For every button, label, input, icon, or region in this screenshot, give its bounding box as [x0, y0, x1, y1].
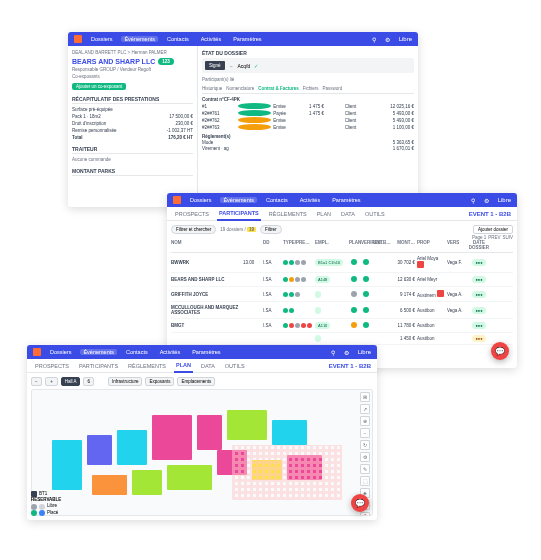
contract-table: Contrat n°CF-4PK #1Emise1 475 €Client12 …: [202, 97, 414, 151]
tool-pin-icon[interactable]: 📍: [360, 512, 370, 516]
user-label[interactable]: Libre: [498, 197, 511, 203]
breadcrumb[interactable]: DEAL AND BARRETT PLC > Herman PALMER: [72, 50, 193, 55]
tab-password[interactable]: Password: [323, 86, 343, 91]
floor-plan-canvas[interactable]: ⊞ ↗ ⊕ − ↻ ⚙ ✎ ⬚ ◈ ☰ 📍: [31, 389, 373, 516]
tab-plan[interactable]: PLAN: [174, 359, 193, 373]
tab-reglements[interactable]: RÈGLEMENTS: [126, 360, 168, 372]
app-logo-icon: [33, 348, 41, 356]
recap-row: Remise personnalisée-1 002,37 HT: [72, 128, 193, 133]
chat-fab-icon[interactable]: 💬: [351, 494, 369, 512]
nav-contacts[interactable]: Contacts: [263, 197, 291, 203]
nav-evenements[interactable]: Événements: [121, 36, 158, 42]
nav-parametres[interactable]: Paramètres: [329, 197, 363, 203]
table-row[interactable]: 1 450 € Austibon ●●●: [171, 333, 513, 345]
sub-tabs: PROSPECTS PARTICIPANTS RÈGLEMENTS PLAN D…: [167, 207, 517, 221]
status-dot-icon: [238, 103, 272, 109]
app-logo-icon: [173, 196, 181, 204]
filter-action-button[interactable]: Filtrer: [260, 225, 282, 234]
tab-prospects[interactable]: PROSPECTS: [173, 208, 211, 220]
etat-box: Signé → Acqfd ✓: [202, 58, 414, 73]
tab-contrat[interactable]: Contrat & Factures: [258, 86, 299, 91]
user-label[interactable]: Libre: [399, 36, 412, 42]
next-button[interactable]: SUIV: [502, 235, 513, 240]
tab-plan[interactable]: PLAN: [315, 208, 333, 220]
dossier-window: Dossiers Événements Contacts Activités P…: [68, 32, 418, 207]
table-row[interactable]: MCCULLOUGH AND MARQUEZ ASSOCIATES I.SA 6…: [171, 302, 513, 319]
top-nav: Dossiers Événements Contacts Activités P…: [68, 32, 418, 46]
gear-icon[interactable]: ⚙: [385, 36, 390, 43]
tab-reglements[interactable]: RÈGLEMENTS: [267, 208, 309, 220]
filter-button[interactable]: Filtrer et chercher: [171, 225, 216, 234]
nav-evenements[interactable]: Événements: [80, 349, 117, 355]
title-badge: 123: [158, 58, 174, 65]
participants-window: Dossiers Événements Contacts Activités P…: [167, 193, 517, 368]
chat-fab-icon[interactable]: 💬: [491, 342, 509, 360]
top-nav: Dossiers Événements Contacts Activités P…: [27, 345, 377, 359]
tab-data[interactable]: DATA: [339, 208, 357, 220]
tab-fichiers[interactable]: Fichiers: [303, 86, 319, 91]
zoom-out-button[interactable]: −: [31, 377, 42, 386]
nav-dossiers[interactable]: Dossiers: [187, 197, 214, 203]
user-label[interactable]: Libre: [358, 349, 371, 355]
table-row[interactable]: BMGT I.SA A110 11 780 € Austibon ●●●: [171, 319, 513, 333]
add-coexposant-button[interactable]: Ajouter un co-exposant: [72, 83, 126, 90]
tool-zoomin-icon[interactable]: ⊕: [360, 416, 370, 426]
nav-activites[interactable]: Activités: [297, 197, 323, 203]
page-label: Page 1: [472, 235, 486, 240]
tool-rect-icon[interactable]: ⬚: [360, 476, 370, 486]
table-header: NOM DD TYPE/PRE… EMPL. PLAN VERIFEXTR… U…: [171, 238, 513, 253]
search-icon[interactable]: ⚲: [372, 36, 376, 43]
table-row[interactable]: GRIFFITH JOYCE I.SA 9 174 € Austinem Veg…: [171, 287, 513, 302]
tab-participants[interactable]: PARTICIPANTS: [217, 207, 261, 221]
participants-link[interactable]: Participant(s) lié: [202, 77, 414, 82]
nav-contacts[interactable]: Contacts: [164, 36, 192, 42]
coexposants-label: Co-exposants: [72, 74, 193, 79]
nav-parametres[interactable]: Paramètres: [230, 36, 264, 42]
tool-settings-icon[interactable]: ⚙: [360, 452, 370, 462]
tab-participants[interactable]: PARTICIPANTS: [77, 360, 120, 372]
etat-current[interactable]: Signé: [205, 61, 225, 70]
tool-zoomout-icon[interactable]: −: [360, 428, 370, 438]
nav-parametres[interactable]: Paramètres: [189, 349, 223, 355]
tab-data[interactable]: DATA: [199, 360, 217, 372]
nav-evenements[interactable]: Événements: [220, 197, 257, 203]
tool-grid-icon[interactable]: ⊞: [360, 392, 370, 402]
plan-legend: BT1 RÉSERVABLE Libre Placé: [31, 491, 61, 516]
reglement-row: Mode5 363,65 €: [202, 140, 414, 145]
tab-outils[interactable]: OUTILS: [363, 208, 387, 220]
add-dossier-button[interactable]: Ajouter dossier: [473, 225, 513, 234]
gear-icon[interactable]: ⚙: [484, 197, 489, 204]
dossier-sidebar: DEAL AND BARRETT PLC > Herman PALMER BEA…: [68, 46, 198, 207]
hall-selector[interactable]: Hall A: [61, 377, 81, 386]
tab-historique[interactable]: Historique: [202, 86, 222, 91]
table-row[interactable]: BEARS AND SHARP LLC I.SA A148 12 630 € A…: [171, 273, 513, 287]
tool-refresh-icon[interactable]: ↻: [360, 440, 370, 450]
etat-next[interactable]: Acqfd: [238, 63, 251, 69]
tab-outils[interactable]: OUTILS: [223, 360, 247, 372]
nav-dossiers[interactable]: Dossiers: [47, 349, 74, 355]
layer-emplacements[interactable]: Emplacements: [177, 377, 215, 386]
table-row[interactable]: BWWRK 13.00 I.SA B1a1 C1h16 30 702 € Ari…: [171, 253, 513, 273]
zoom-in-button[interactable]: ＋: [45, 377, 58, 386]
nav-activites[interactable]: Activités: [198, 36, 224, 42]
responsable-label: Responsable GROUP / Vendeur Regoft: [72, 67, 193, 72]
reglement-row: Virement · ag1 670,01 €: [202, 146, 414, 151]
app-logo-icon: [74, 35, 82, 43]
search-icon[interactable]: ⚲: [331, 349, 335, 356]
search-icon[interactable]: ⚲: [471, 197, 475, 204]
layer-infra[interactable]: Infrastructure: [108, 377, 143, 386]
nav-dossiers[interactable]: Dossiers: [88, 36, 115, 42]
nav-contacts[interactable]: Contacts: [123, 349, 151, 355]
tool-fullscreen-icon[interactable]: ↗: [360, 404, 370, 414]
filter-bar: Filtrer et chercher 19 dossiers / 19 Fil…: [171, 225, 513, 234]
layer-exposants[interactable]: Exposants: [145, 377, 174, 386]
status-dot-icon: [238, 124, 272, 130]
dossier-main: ÉTAT DU DOSSIER Signé → Acqfd ✓ Particip…: [198, 46, 418, 207]
tab-prospects[interactable]: PROSPECTS: [33, 360, 71, 372]
gear-icon[interactable]: ⚙: [344, 349, 349, 356]
arrow-right-icon: →: [229, 63, 234, 69]
tab-nomenclature[interactable]: Nomenclature: [226, 86, 254, 91]
nav-activites[interactable]: Activités: [157, 349, 183, 355]
tool-edit-icon[interactable]: ✎: [360, 464, 370, 474]
prev-button[interactable]: PREV: [488, 235, 500, 240]
